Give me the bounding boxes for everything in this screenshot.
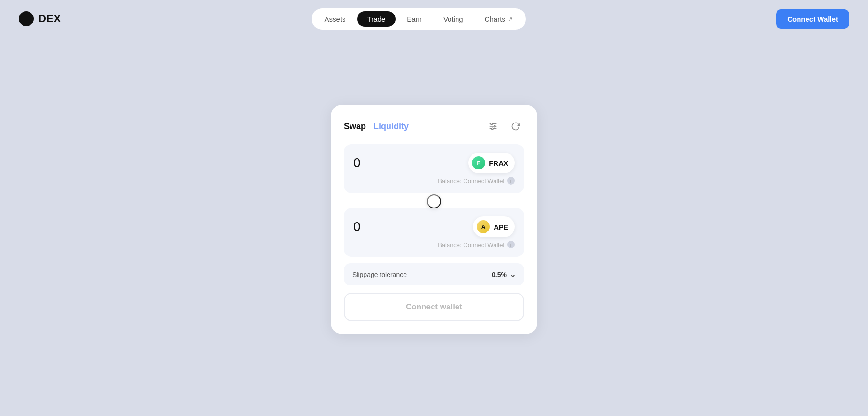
nav-tab-trade[interactable]: Trade	[357, 11, 396, 27]
nav-tab-voting[interactable]: Voting	[433, 11, 473, 27]
refresh-icon-button[interactable]	[507, 118, 524, 135]
to-token-row: 0 A APE	[353, 216, 515, 237]
settings-icon-button[interactable]	[485, 118, 502, 135]
to-balance-row: Balance: Connect Wallet i	[353, 241, 515, 248]
from-token-name: FRAX	[489, 159, 508, 167]
from-token-selector[interactable]: F FRAX	[468, 153, 515, 173]
external-link-icon: ↗	[508, 15, 513, 23]
to-amount: 0	[353, 219, 361, 234]
to-balance-text: Balance: Connect Wallet	[438, 241, 504, 248]
connect-wallet-button[interactable]: Connect Wallet	[776, 9, 849, 29]
card-actions	[485, 118, 524, 135]
from-amount: 0	[353, 155, 361, 170]
swap-card: Swap Liquidity	[331, 105, 537, 334]
slippage-value-container: 0.5% ⌄	[492, 270, 516, 279]
settings-icon	[488, 122, 498, 131]
from-token-box: 0 F FRAX Balance: Connect Wallet i	[344, 144, 524, 193]
chevron-down-icon: ⌄	[510, 270, 516, 279]
to-info-icon[interactable]: i	[507, 241, 515, 248]
tab-swap[interactable]: Swap	[344, 121, 366, 131]
from-info-icon[interactable]: i	[507, 177, 515, 185]
navbar: DEX Assets Trade Earn Voting Charts ↗ Co…	[0, 0, 868, 38]
main-container: Swap Liquidity	[331, 105, 537, 334]
slippage-value-text: 0.5%	[492, 270, 507, 278]
from-balance-text: Balance: Connect Wallet	[438, 177, 504, 184]
svg-point-5	[492, 128, 493, 129]
slippage-row[interactable]: Slippage tolerance 0.5% ⌄	[344, 263, 524, 285]
ape-icon: A	[477, 220, 490, 233]
swap-direction-button[interactable]: ↓	[427, 194, 441, 208]
to-token-selector[interactable]: A APE	[473, 216, 515, 237]
tab-liquidity[interactable]: Liquidity	[373, 121, 409, 131]
nav-tab-assets[interactable]: Assets	[314, 11, 356, 27]
logo: DEX	[19, 11, 61, 26]
from-token-row: 0 F FRAX	[353, 153, 515, 173]
slippage-label: Slippage tolerance	[352, 270, 407, 278]
svg-point-3	[491, 123, 492, 124]
to-token-name: APE	[494, 223, 508, 231]
nav-tabs: Assets Trade Earn Voting Charts ↗	[312, 8, 526, 30]
svg-point-4	[494, 125, 495, 127]
connect-wallet-main-button[interactable]: Connect wallet	[344, 293, 524, 321]
logo-circle	[19, 11, 34, 26]
nav-tab-charts[interactable]: Charts ↗	[474, 11, 523, 27]
from-balance-row: Balance: Connect Wallet i	[353, 177, 515, 185]
nav-tab-earn[interactable]: Earn	[396, 11, 432, 27]
logo-text: DEX	[38, 13, 61, 25]
swap-arrow-container: ↓	[344, 195, 524, 208]
card-tabs: Swap Liquidity	[344, 121, 409, 131]
to-token-box: 0 A APE Balance: Connect Wallet i	[344, 208, 524, 257]
frax-icon: F	[472, 156, 485, 169]
card-header: Swap Liquidity	[344, 118, 524, 135]
refresh-icon	[511, 122, 520, 131]
down-arrow-icon: ↓	[433, 198, 436, 205]
